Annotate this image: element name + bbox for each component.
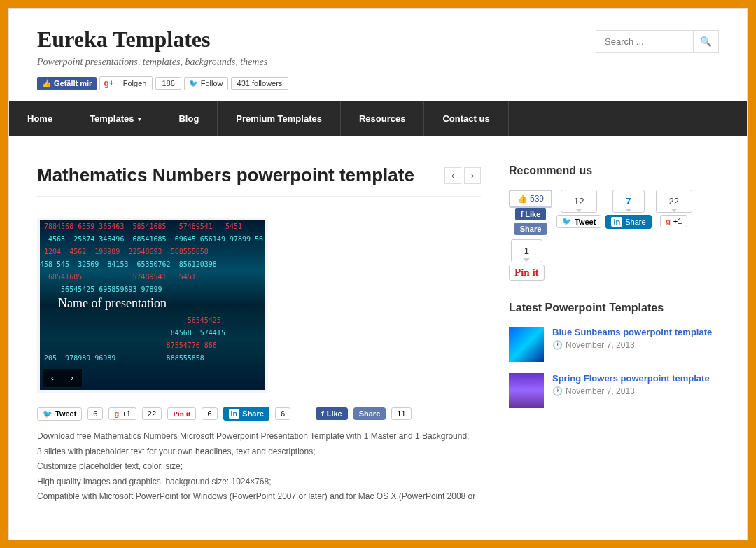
- gplus-icon: g: [114, 409, 119, 418]
- gplus-icon: g: [666, 217, 671, 225]
- nav-premium[interactable]: Premium Templates: [218, 101, 341, 136]
- twitter-icon: 🐦: [189, 79, 199, 88]
- template-preview[interactable]: 7884568 6559 365463 58541685 57489541 54…: [37, 218, 268, 393]
- rec-fb-like[interactable]: fLike: [515, 208, 547, 220]
- twitter-followers: 431 followers: [231, 77, 289, 90]
- fb-share-button[interactable]: Share: [354, 407, 386, 420]
- rec-tweet-button[interactable]: 🐦Tweet: [556, 215, 601, 228]
- latest-date: 🕐November 7, 2013: [552, 386, 719, 396]
- chevron-down-icon: ▾: [138, 115, 141, 122]
- clock-icon: 🕐: [552, 340, 563, 350]
- latest-item: Spring Flowers powerpoint template 🕐Nove…: [509, 373, 719, 408]
- twitter-follow-button[interactable]: 🐦Follow: [184, 77, 228, 90]
- latest-date: 🕐November 7, 2013: [552, 340, 719, 350]
- search-input[interactable]: [596, 30, 694, 53]
- search-icon: 🔍: [700, 36, 712, 47]
- rec-linkedin-button[interactable]: inShare: [606, 215, 651, 229]
- header: Eureka Templates Powerpoint presentation…: [9, 9, 747, 101]
- preview-title: Name of presentation: [58, 296, 167, 311]
- facebook-icon: f: [521, 210, 524, 218]
- gplus-count: 186: [155, 77, 181, 90]
- page-head: Mathematics Numbers powerpoint template …: [37, 164, 481, 197]
- nav-templates[interactable]: Templates▾: [71, 101, 160, 136]
- recommend-title: Recommend us: [509, 164, 719, 177]
- thumbnail[interactable]: [509, 327, 544, 362]
- rec-pin-count: 1: [511, 239, 542, 262]
- description: Download free Mathematics Numbers Micros…: [37, 429, 481, 505]
- main-nav: Home Templates▾ Blog Premium Templates R…: [9, 101, 747, 136]
- next-post-button[interactable]: ›: [464, 167, 481, 184]
- site-title[interactable]: Eureka Templates: [37, 27, 288, 52]
- search-button[interactable]: 🔍: [694, 30, 719, 53]
- thumbnail[interactable]: [509, 373, 544, 408]
- rec-pinit-button[interactable]: Pin it: [509, 265, 545, 281]
- tagline: Powerpoint presentations, templates, bac…: [37, 57, 288, 68]
- fb-count: 11: [391, 407, 411, 420]
- latest-link[interactable]: Spring Flowers powerpoint template: [552, 373, 719, 384]
- rec-li-count: 7: [612, 190, 644, 213]
- thumb-up-icon: 👍: [42, 79, 52, 88]
- latest-title: Latest Powerpoint Templates: [509, 302, 719, 314]
- rec-gp-count: 22: [656, 190, 692, 213]
- gplus-button[interactable]: g+1: [108, 407, 136, 420]
- page-title: Mathematics Numbers powerpoint template: [37, 164, 414, 186]
- rec-tw-count: 12: [561, 190, 597, 213]
- linkedin-count: 6: [275, 407, 290, 420]
- twitter-icon: 🐦: [43, 409, 52, 419]
- latest-item: Blue Sunbeams powerpoint template 🕐Novem…: [509, 327, 719, 362]
- linkedin-button[interactable]: inShare: [223, 407, 270, 421]
- latest-link[interactable]: Blue Sunbeams powerpoint template: [552, 327, 719, 337]
- pinit-button[interactable]: Pin it: [167, 407, 196, 420]
- rec-gplus-button[interactable]: g+1: [660, 215, 687, 227]
- nav-home[interactable]: Home: [9, 101, 71, 136]
- social-row: 👍Gefällt mir g+Folgen 186 🐦Follow 431 fo…: [37, 76, 288, 90]
- gplus-follow-button[interactable]: g+Folgen: [99, 76, 153, 90]
- sidebar: Recommend us 👍539 fLike Share 12 🐦Tweet …: [509, 164, 719, 505]
- fb-like-button[interactable]: fLike: [316, 407, 348, 420]
- linkedin-icon: in: [229, 409, 240, 419]
- rec-fb-share[interactable]: Share: [514, 223, 547, 235]
- pinit-count: 6: [202, 407, 217, 420]
- fb-thumb-count: 👍539: [509, 190, 552, 208]
- prev-post-button[interactable]: ‹: [444, 167, 461, 184]
- slide-prev[interactable]: ‹: [43, 369, 62, 387]
- thumb-up-icon: 👍: [517, 194, 528, 204]
- gplus-icon: g+: [100, 77, 117, 90]
- twitter-icon: 🐦: [562, 217, 572, 226]
- linkedin-icon: in: [611, 217, 622, 227]
- tweet-count: 6: [88, 407, 103, 420]
- facebook-icon: f: [321, 409, 324, 418]
- nav-blog[interactable]: Blog: [160, 101, 218, 136]
- clock-icon: 🕐: [552, 386, 563, 396]
- facebook-like-button[interactable]: 👍Gefällt mir: [37, 77, 97, 90]
- gplus-count: 22: [142, 407, 162, 420]
- share-row: 🐦Tweet 6 g+1 22 Pin it 6 inShare 6 fLike…: [37, 407, 481, 421]
- search-form: 🔍: [596, 30, 719, 53]
- nav-contact[interactable]: Contact us: [424, 101, 508, 136]
- tweet-button[interactable]: 🐦Tweet: [37, 407, 82, 421]
- nav-resources[interactable]: Resources: [341, 101, 424, 136]
- slide-next[interactable]: ›: [62, 369, 82, 387]
